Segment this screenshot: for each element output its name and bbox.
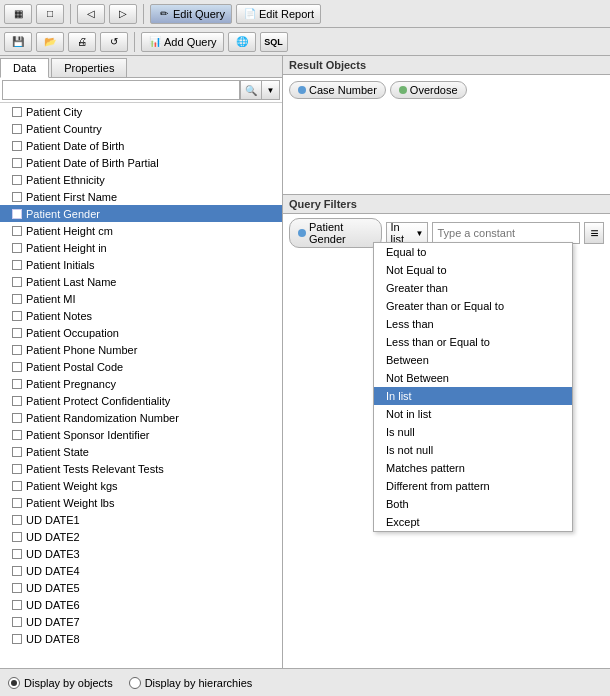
filter-operator-select[interactable]: In list ▼ <box>386 222 429 244</box>
radio-display-hierarchies[interactable]: Display by hierarchies <box>129 677 253 689</box>
tree-item[interactable]: UD DATE7 <box>0 613 282 630</box>
field-icon <box>12 430 22 440</box>
tree-item[interactable]: Patient Pregnancy <box>0 375 282 392</box>
filter-op-arrow: ▼ <box>416 229 424 238</box>
operator-dropdown-menu: Equal toNot Equal toGreater thanGreater … <box>373 242 573 532</box>
toolbar-icon-btn-7[interactable]: 🖨 <box>68 32 96 52</box>
tab-properties[interactable]: Properties <box>51 58 127 77</box>
tree-item[interactable]: Patient First Name <box>0 188 282 205</box>
radio-objects-label: Display by objects <box>24 677 113 689</box>
tree-item[interactable]: Patient Height in <box>0 239 282 256</box>
search-input[interactable] <box>2 80 240 100</box>
add-query-icon: 📊 <box>148 35 162 49</box>
tree-item[interactable]: Patient Weight kgs <box>0 477 282 494</box>
field-icon <box>12 175 22 185</box>
dropdown-item[interactable]: Both <box>374 495 572 513</box>
dropdown-item[interactable]: Less than <box>374 315 572 333</box>
filter-constant-input[interactable] <box>432 222 580 244</box>
dropdown-item[interactable]: Equal to <box>374 243 572 261</box>
tree-item[interactable]: Patient Protect Confidentiality <box>0 392 282 409</box>
dropdown-item[interactable]: Is null <box>374 423 572 441</box>
dropdown-item[interactable]: Is not null <box>374 441 572 459</box>
toolbar-globe-btn[interactable]: 🌐 <box>228 32 256 52</box>
add-query-label: Add Query <box>164 36 217 48</box>
tree-item[interactable]: Patient Initials <box>0 256 282 273</box>
dropdown-item[interactable]: Not Equal to <box>374 261 572 279</box>
tree-item[interactable]: Patient Date of Birth <box>0 137 282 154</box>
tree-item[interactable]: UD DATE3 <box>0 545 282 562</box>
tree-item[interactable]: Patient Ethnicity <box>0 171 282 188</box>
edit-query-icon: ✏ <box>157 7 171 21</box>
filter-field-chip[interactable]: Patient Gender <box>289 218 382 248</box>
tree-item[interactable]: UD DATE5 <box>0 579 282 596</box>
dropdown-item[interactable]: Matches pattern <box>374 459 572 477</box>
toolbar-sql-btn[interactable]: SQL <box>260 32 288 52</box>
tree-item[interactable]: Patient Tests Relevant Tests <box>0 460 282 477</box>
tree-item[interactable]: UD DATE8 <box>0 630 282 647</box>
dropdown-item[interactable]: Not Between <box>374 369 572 387</box>
tree-item[interactable]: UD DATE6 <box>0 596 282 613</box>
tab-data[interactable]: Data <box>0 58 49 78</box>
toolbar-icon-btn-1[interactable]: ▦ <box>4 4 32 24</box>
toolbar-icon-btn-3[interactable]: ◁ <box>77 4 105 24</box>
tree-item[interactable]: UD DATE2 <box>0 528 282 545</box>
tree-item[interactable]: Patient MI <box>0 290 282 307</box>
radio-display-objects[interactable]: Display by objects <box>8 677 113 689</box>
result-chip-overdose[interactable]: Overdose <box>390 81 467 99</box>
dropdown-item[interactable]: Different from pattern <box>374 477 572 495</box>
toolbar-icon-btn-6[interactable]: 📂 <box>36 32 64 52</box>
tree-item[interactable]: UD DATE4 <box>0 562 282 579</box>
tree-item[interactable]: Patient Country <box>0 120 282 137</box>
toolbar-icon-btn-2[interactable]: □ <box>36 4 64 24</box>
result-chip-case-number[interactable]: Case Number <box>289 81 386 99</box>
tree-item[interactable]: Patient State <box>0 443 282 460</box>
dropdown-item[interactable]: Except <box>374 513 572 531</box>
tree-item[interactable]: Patient Randomization Number <box>0 409 282 426</box>
toolbar-icon-btn-8[interactable]: ↺ <box>100 32 128 52</box>
tree-item[interactable]: Patient Weight lbs <box>0 494 282 511</box>
tree-item[interactable]: UD DATE1 <box>0 511 282 528</box>
tree-item[interactable]: Patient Height cm <box>0 222 282 239</box>
field-icon <box>12 549 22 559</box>
field-icon <box>12 447 22 457</box>
field-icon <box>12 277 22 287</box>
add-query-button[interactable]: 📊 Add Query <box>141 32 224 52</box>
field-icon <box>12 141 22 151</box>
edit-query-button[interactable]: ✏ Edit Query <box>150 4 232 24</box>
dropdown-item[interactable]: Greater than <box>374 279 572 297</box>
tree-container[interactable]: Patient CityPatient CountryPatient Date … <box>0 103 282 668</box>
result-objects-area: Case Number Overdose <box>283 75 610 195</box>
edit-report-button[interactable]: 📄 Edit Report <box>236 4 321 24</box>
main-content: Data Properties 🔍 ▼ Patient CityPatient … <box>0 56 610 668</box>
filter-list-button[interactable]: ≡ <box>584 222 604 244</box>
dropdown-item[interactable]: Greater than or Equal to <box>374 297 572 315</box>
tree-item[interactable]: Patient Date of Birth Partial <box>0 154 282 171</box>
field-icon <box>12 600 22 610</box>
tree-item[interactable]: Patient Notes <box>0 307 282 324</box>
tree-item[interactable]: Patient City <box>0 103 282 120</box>
back-icon: ◁ <box>84 7 98 21</box>
toolbar-icon-btn-4[interactable]: ▷ <box>109 4 137 24</box>
toolbar-icon-btn-5[interactable]: 💾 <box>4 32 32 52</box>
search-dropdown-arrow[interactable]: ▼ <box>262 80 280 100</box>
sql-icon: SQL <box>267 35 281 49</box>
tree-item[interactable]: Patient Occupation <box>0 324 282 341</box>
edit-report-icon: 📄 <box>243 7 257 21</box>
edit-report-label: Edit Report <box>259 8 314 20</box>
field-icon <box>12 124 22 134</box>
tree-item[interactable]: Patient Phone Number <box>0 341 282 358</box>
bottom-bar: Display by objects Display by hierarchie… <box>0 668 610 696</box>
query-filters-header: Query Filters <box>283 195 610 214</box>
search-button[interactable]: 🔍 <box>240 80 262 100</box>
tree-item[interactable]: Patient Sponsor Identifier <box>0 426 282 443</box>
tree-item[interactable]: Patient Last Name <box>0 273 282 290</box>
field-icon <box>12 226 22 236</box>
dropdown-item[interactable]: Between <box>374 351 572 369</box>
tree-item[interactable]: Patient Gender <box>0 205 282 222</box>
tree-item[interactable]: Patient Postal Code <box>0 358 282 375</box>
field-icon <box>12 107 22 117</box>
dropdown-item[interactable]: Less than or Equal to <box>374 333 572 351</box>
case-number-dot <box>298 86 306 94</box>
dropdown-item[interactable]: In list <box>374 387 572 405</box>
dropdown-item[interactable]: Not in list <box>374 405 572 423</box>
